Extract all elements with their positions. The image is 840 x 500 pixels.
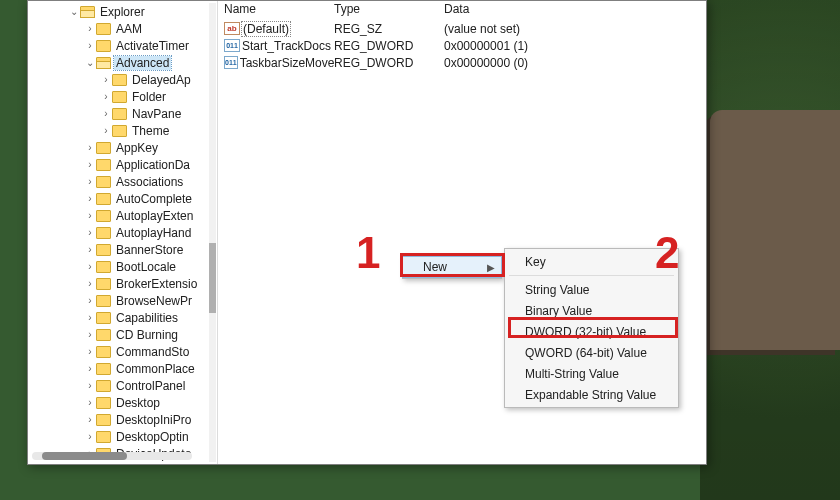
- tree-item[interactable]: › DelayedAp: [30, 71, 217, 88]
- menu-item-new[interactable]: New ▶: [403, 257, 501, 277]
- table-row[interactable]: 011 TaskbarSizeMove REG_DWORD 0x00000000…: [218, 54, 706, 71]
- tree-item[interactable]: ›CommonPlace: [30, 360, 217, 377]
- chevron-right-icon[interactable]: ›: [84, 40, 96, 51]
- chevron-right-icon[interactable]: ›: [84, 261, 96, 272]
- tree-item[interactable]: › AAM: [30, 20, 217, 37]
- chevron-down-icon[interactable]: ⌄: [68, 6, 80, 17]
- menu-item-multistring-value[interactable]: Multi-String Value: [505, 363, 678, 384]
- tree-item[interactable]: ›Associations: [30, 173, 217, 190]
- menu-item-qword-value[interactable]: QWORD (64-bit) Value: [505, 342, 678, 363]
- table-row[interactable]: ab (Default) REG_SZ (value not set): [218, 20, 706, 37]
- tree-item[interactable]: › ActivateTimer: [30, 37, 217, 54]
- chevron-right-icon[interactable]: ›: [100, 74, 112, 85]
- tree-item[interactable]: ›AppKey: [30, 139, 217, 156]
- menu-item-label: New: [423, 260, 447, 274]
- chevron-right-icon[interactable]: ›: [84, 278, 96, 289]
- folder-icon: [96, 244, 111, 256]
- folder-icon: [96, 295, 111, 307]
- folder-icon: [96, 278, 111, 290]
- column-header-type[interactable]: Type: [334, 2, 444, 16]
- chevron-right-icon[interactable]: ›: [84, 329, 96, 340]
- value-type: REG_DWORD: [334, 39, 444, 53]
- folder-icon: [96, 57, 111, 69]
- chevron-right-icon[interactable]: ›: [84, 193, 96, 204]
- tree-label: BrokerExtensio: [114, 277, 199, 291]
- tree-item[interactable]: ›BrokerExtensio: [30, 275, 217, 292]
- folder-icon: [96, 346, 111, 358]
- context-submenu-new: Key String Value Binary Value DWORD (32-…: [504, 248, 679, 408]
- tree-label: Theme: [130, 124, 171, 138]
- column-header-name[interactable]: Name: [224, 2, 334, 16]
- tree-item[interactable]: ›BannerStore: [30, 241, 217, 258]
- column-header-data[interactable]: Data: [444, 2, 700, 16]
- tree-item[interactable]: ›CD Burning: [30, 326, 217, 343]
- tree-label: ApplicationDa: [114, 158, 192, 172]
- tree-item[interactable]: ›AutoplayExten: [30, 207, 217, 224]
- menu-item-expandable-string-value[interactable]: Expandable String Value: [505, 384, 678, 405]
- chevron-down-icon[interactable]: ⌄: [84, 57, 96, 68]
- chevron-right-icon[interactable]: ›: [84, 295, 96, 306]
- chevron-right-icon[interactable]: ›: [84, 142, 96, 153]
- chevron-right-icon[interactable]: ›: [84, 312, 96, 323]
- chevron-right-icon[interactable]: ›: [84, 363, 96, 374]
- value-data: 0x00000001 (1): [444, 39, 700, 53]
- folder-icon: [96, 40, 111, 52]
- tree-label: AAM: [114, 22, 144, 36]
- horizontal-scrollbar[interactable]: [32, 452, 192, 460]
- tree-label: DesktopIniPro: [114, 413, 193, 427]
- tree-label: Folder: [130, 90, 168, 104]
- menu-item-dword-value[interactable]: DWORD (32-bit) Value: [505, 321, 678, 342]
- tree-item[interactable]: ›ApplicationDa: [30, 156, 217, 173]
- tree-item[interactable]: ›AutoComplete: [30, 190, 217, 207]
- chevron-right-icon[interactable]: ›: [84, 414, 96, 425]
- tree-item[interactable]: ›Desktop: [30, 394, 217, 411]
- folder-icon: [96, 159, 111, 171]
- tree-item[interactable]: ›BrowseNewPr: [30, 292, 217, 309]
- chevron-right-icon[interactable]: ›: [100, 91, 112, 102]
- tree-item[interactable]: ›CommandSto: [30, 343, 217, 360]
- tree-label: Desktop: [114, 396, 162, 410]
- menu-item-string-value[interactable]: String Value: [505, 279, 678, 300]
- tree-item[interactable]: › Theme: [30, 122, 217, 139]
- tree-label: BannerStore: [114, 243, 185, 257]
- tree-item[interactable]: › NavPane: [30, 105, 217, 122]
- tree-item[interactable]: ›DesktopIniPro: [30, 411, 217, 428]
- chevron-right-icon[interactable]: ›: [84, 176, 96, 187]
- tree-item[interactable]: ›ControlPanel: [30, 377, 217, 394]
- tree-item-advanced[interactable]: ⌄ Advanced: [30, 54, 217, 71]
- chevron-right-icon[interactable]: ›: [84, 210, 96, 221]
- tree-item[interactable]: ›Capabilities: [30, 309, 217, 326]
- tree-item[interactable]: ›BootLocale: [30, 258, 217, 275]
- vertical-scrollbar[interactable]: [209, 3, 216, 462]
- menu-item-label: QWORD (64-bit) Value: [525, 346, 647, 360]
- value-name: TaskbarSizeMove: [240, 56, 335, 70]
- chevron-right-icon[interactable]: ›: [84, 23, 96, 34]
- menu-item-binary-value[interactable]: Binary Value: [505, 300, 678, 321]
- chevron-right-icon[interactable]: ›: [100, 125, 112, 136]
- folder-icon: [96, 431, 111, 443]
- tree-label: AutoplayHand: [114, 226, 193, 240]
- tree-label: Associations: [114, 175, 185, 189]
- menu-item-key[interactable]: Key: [505, 251, 678, 272]
- chevron-right-icon[interactable]: ›: [84, 159, 96, 170]
- tree-label: AppKey: [114, 141, 160, 155]
- chevron-right-icon[interactable]: ›: [84, 431, 96, 442]
- chevron-right-icon[interactable]: ›: [84, 397, 96, 408]
- scrollbar-thumb[interactable]: [209, 243, 216, 313]
- chevron-right-icon[interactable]: ›: [84, 244, 96, 255]
- tree-label: BrowseNewPr: [114, 294, 194, 308]
- tree-item[interactable]: › Folder: [30, 88, 217, 105]
- folder-icon: [96, 210, 111, 222]
- folder-icon: [96, 380, 111, 392]
- tree-item[interactable]: ›AutoplayHand: [30, 224, 217, 241]
- reg-dword-icon: 011: [224, 56, 238, 69]
- folder-icon: [96, 23, 111, 35]
- scrollbar-thumb[interactable]: [42, 452, 127, 460]
- chevron-right-icon[interactable]: ›: [100, 108, 112, 119]
- tree-item-explorer[interactable]: ⌄ Explorer: [30, 3, 217, 20]
- chevron-right-icon[interactable]: ›: [84, 227, 96, 238]
- chevron-right-icon[interactable]: ›: [84, 380, 96, 391]
- tree-item[interactable]: ›DesktopOptin: [30, 428, 217, 445]
- chevron-right-icon[interactable]: ›: [84, 346, 96, 357]
- table-row[interactable]: 011 Start_TrackDocs REG_DWORD 0x00000001…: [218, 37, 706, 54]
